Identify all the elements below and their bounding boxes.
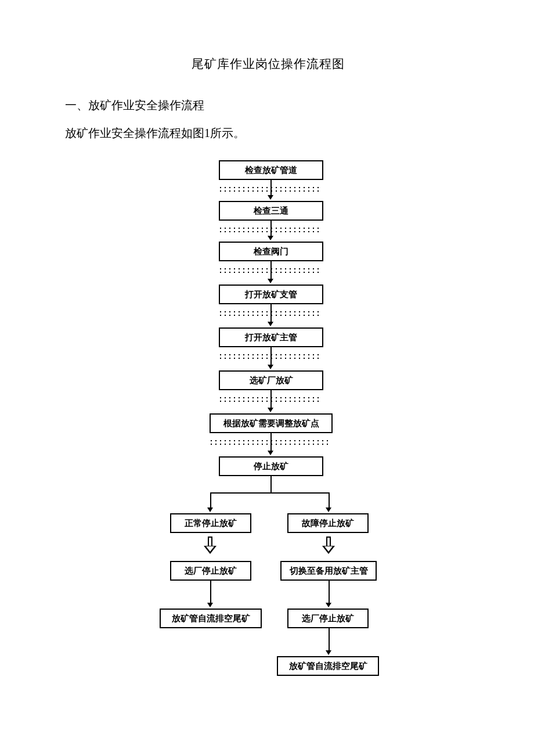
intro-paragraph: 放矿作业安全操作流程如图1所示。 (65, 122, 471, 144)
document-page: 尾矿库作业岗位操作流程图 一、放矿作业安全操作流程 放矿作业安全操作流程如图1所… (0, 0, 534, 756)
node-open-main: 打开放矿主管 (219, 327, 323, 347)
node-check-pipeline: 检查放矿管道 (219, 160, 323, 180)
node-check-valve: 检查阀门 (219, 242, 323, 261)
hollow-arrow-icon (205, 537, 215, 556)
arrowhead-icon (326, 650, 331, 655)
connector (329, 581, 330, 604)
arrowhead-icon (268, 279, 273, 283)
arrowhead-icon (268, 236, 273, 240)
node-switch-backup: 切换至备用放矿主管 (280, 561, 377, 581)
node-adjust-point: 根据放矿需要调整放矿点 (210, 413, 333, 433)
connector (270, 433, 272, 452)
node-plant-stop-right: 选厂停止放矿 (287, 609, 369, 628)
arrowhead-icon (268, 451, 273, 455)
node-stop-discharge: 停止放矿 (219, 456, 323, 476)
flowchart-container: 检查放矿管道 检查三通 检查阀门 打开放矿支管 打开放矿主管 选矿厂放矿 根据放… (65, 160, 471, 718)
node-check-tee: 检查三通 (219, 201, 323, 221)
connector (329, 628, 330, 651)
connector (270, 347, 272, 366)
arrowhead-icon (207, 507, 213, 512)
arrowhead-icon (268, 195, 273, 200)
connector (270, 390, 272, 409)
connector (210, 492, 211, 509)
node-open-branch: 打开放矿支管 (219, 285, 323, 304)
connector (270, 261, 272, 280)
arrowhead-icon (268, 408, 273, 412)
section-heading: 一、放矿作业安全操作流程 (65, 94, 471, 116)
node-plant-discharge: 选矿厂放矿 (219, 370, 323, 390)
node-fault-stop: 故障停止放矿 (287, 513, 369, 533)
arrowhead-icon (326, 603, 331, 607)
node-drain-right: 放矿管自流排空尾矿 (277, 656, 379, 676)
node-normal-stop: 正常停止放矿 (170, 513, 251, 533)
connector (210, 581, 211, 604)
arrowhead-icon (207, 603, 213, 607)
arrowhead-icon (268, 322, 273, 326)
page-title: 尾矿库作业岗位操作流程图 (65, 56, 471, 72)
connector (270, 180, 272, 196)
arrowhead-icon (326, 507, 331, 512)
arrowhead-icon (268, 365, 273, 369)
node-plant-stop-left: 选厂停止放矿 (170, 561, 251, 581)
connector (210, 492, 330, 494)
node-drain-left: 放矿管自流排空尾矿 (160, 609, 262, 628)
hollow-arrow-icon (323, 537, 334, 556)
flowchart: 检查放矿管道 检查三通 检查阀门 打开放矿支管 打开放矿主管 选矿厂放矿 根据放… (143, 160, 393, 718)
connector (329, 492, 330, 509)
connector (270, 304, 272, 323)
connector (270, 476, 272, 492)
connector (270, 221, 272, 237)
